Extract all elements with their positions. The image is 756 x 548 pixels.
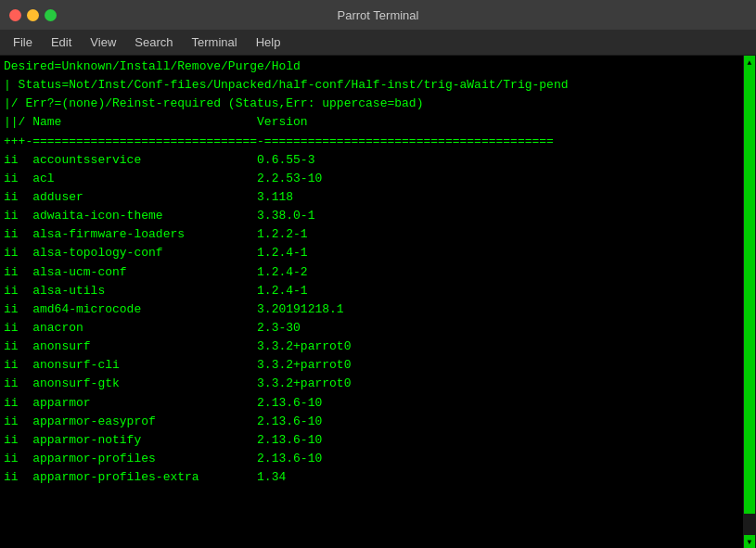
window-title: Parrot Terminal [338,8,419,22]
terminal-area: Desired=Unknown/Install/Remove/Purge/Hol… [0,56,756,548]
table-row: ii alsa-topology-conf 1.2.4-1 [0,244,743,262]
table-row: ii alsa-firmware-loaders 1.2.2-1 [0,225,743,244]
scroll-down-arrow[interactable]: ▼ [744,535,755,548]
scrollbar-track[interactable] [744,69,755,535]
table-row: ii apparmor-profiles-extra 1.34 [0,468,743,487]
table-row: ii alsa-utils 1.2.4-1 [0,282,743,300]
scrollbar-thumb[interactable] [744,69,755,514]
header-line-1: Desired=Unknown/Install/Remove/Purge/Hol… [0,57,743,76]
table-row: ii apparmor-easyprof 2.13.6-10 [0,413,743,431]
menu-terminal[interactable]: Terminal [183,33,247,51]
table-row: ii adduser 3.118 [0,188,743,207]
menu-view[interactable]: View [81,33,125,51]
scrollbar[interactable]: ▲ ▼ [743,56,756,548]
scroll-up-arrow[interactable]: ▲ [744,56,755,69]
table-row: ii apparmor-notify 2.13.6-10 [0,431,743,450]
table-row: ii acl 2.2.53-10 [0,170,743,188]
table-row: ii accountsservice 0.6.55-3 [0,151,743,170]
header-line-4: ||/ Name Version [0,113,743,132]
title-bar: Parrot Terminal [0,0,756,30]
menu-bar: File Edit View Search Terminal Help [0,30,756,56]
header-line-3: |/ Err?=(none)/Reinst-required (Status,E… [0,95,743,113]
minimize-button[interactable] [27,9,39,21]
table-row: ii apparmor-profiles 2.13.6-10 [0,450,743,468]
header-line-2: | Status=Not/Inst/Conf-files/Unpacked/ha… [0,76,743,95]
window-controls [9,9,57,21]
header-line-5: +++-===============================-====… [0,133,743,151]
table-row: ii anonsurf 3.3.2+parrot0 [0,338,743,356]
menu-search[interactable]: Search [125,33,182,51]
terminal-content: Desired=Unknown/Install/Remove/Purge/Hol… [0,56,743,548]
table-row: ii anonsurf-cli 3.3.2+parrot0 [0,356,743,375]
close-button[interactable] [9,9,21,21]
table-row: ii adwaita-icon-theme 3.38.0-1 [0,207,743,225]
table-row: ii apparmor 2.13.6-10 [0,394,743,413]
table-row: ii anacron 2.3-30 [0,319,743,338]
menu-edit[interactable]: Edit [42,33,81,51]
table-row: ii anonsurf-gtk 3.3.2+parrot0 [0,375,743,393]
menu-help[interactable]: Help [247,33,290,51]
package-list: ii accountsservice 0.6.55-3ii acl 2.2.53… [0,151,743,488]
maximize-button[interactable] [45,9,57,21]
table-row: ii alsa-ucm-conf 1.2.4-2 [0,263,743,282]
menu-file[interactable]: File [4,33,42,51]
table-row: ii amd64-microcode 3.20191218.1 [0,300,743,319]
